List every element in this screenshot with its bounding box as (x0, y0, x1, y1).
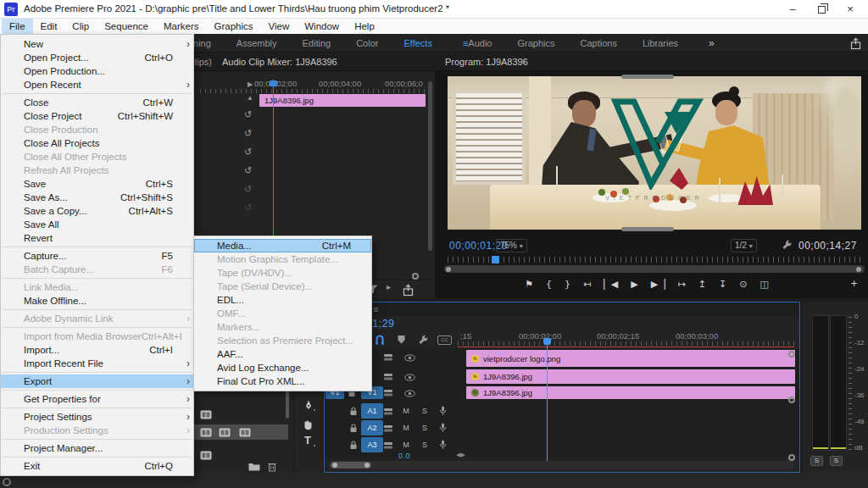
program-time-ruler[interactable] (448, 257, 861, 263)
menubar-file[interactable]: File (2, 19, 33, 34)
pen-tool-icon[interactable] (303, 400, 314, 411)
menu-item-make-offline[interactable]: Make Offline... (1, 294, 193, 308)
step-forward-button[interactable]: ▶▕ (651, 276, 665, 293)
reset-parameter-icon[interactable]: ↺ (244, 165, 252, 176)
solo-left-button[interactable]: S (810, 456, 823, 466)
master-volume-value[interactable]: 0.0 (398, 452, 410, 460)
scrollbar-handle[interactable] (3, 478, 11, 486)
vertical-scrollbar[interactable] (428, 81, 432, 251)
workspace-tab-assembly[interactable]: Assembly (236, 38, 277, 48)
collapse-icon[interactable]: ▲ (247, 94, 253, 102)
menu-item-open-recent[interactable]: Open Recent› (1, 78, 193, 92)
snap-magnet-icon[interactable] (375, 335, 385, 346)
panel-tab-audio-clip-mixer[interactable]: Audio Clip Mixer: 1J9A8396 (222, 53, 337, 71)
track-output-eye-icon[interactable] (404, 354, 415, 362)
trash-icon[interactable] (268, 462, 276, 472)
menubar-window[interactable]: Window (297, 19, 347, 34)
menu-item-open-project[interactable]: Open Project...Ctrl+O (1, 51, 193, 64)
new-bin-folder-icon[interactable] (248, 462, 260, 471)
menubar-markers[interactable]: Markers (156, 19, 207, 34)
workspace-tab-color[interactable]: Color (356, 38, 378, 48)
mute-button[interactable]: M (400, 441, 412, 449)
clip-thumbnail-icon[interactable] (200, 410, 212, 419)
type-tool-icon[interactable]: T (304, 434, 311, 446)
mute-button[interactable]: M (400, 424, 412, 432)
clip-thumbnail-icon[interactable] (200, 451, 212, 460)
menu-item-save-as[interactable]: Save As...Ctrl+Shift+S (1, 191, 193, 204)
scrollbar-handle[interactable] (788, 351, 795, 358)
mini-timeline-playhead[interactable] (273, 80, 274, 258)
track-lock-icon[interactable] (349, 441, 358, 450)
timeline-playhead-handle[interactable] (543, 338, 551, 345)
reset-parameter-icon[interactable]: ↺ (244, 128, 252, 139)
voiceover-mic-icon[interactable] (439, 423, 447, 433)
sync-lock-icon[interactable] (383, 373, 393, 380)
workspace-tab-audio[interactable]: Audio (468, 38, 492, 48)
solo-right-button[interactable]: S (830, 456, 843, 466)
menu-item-save[interactable]: SaveCtrl+S (1, 177, 193, 191)
restore-button[interactable] (807, 0, 836, 19)
menubar-help[interactable]: Help (347, 19, 382, 34)
share-export-icon[interactable] (849, 37, 862, 50)
mark-in-button[interactable]: { (546, 276, 552, 293)
voiceover-mic-icon[interactable] (439, 440, 447, 450)
playback-resolution-dropdown[interactable]: 1/2 ▾ (731, 239, 757, 252)
menu-item-import[interactable]: Import...Ctrl+I (1, 343, 193, 357)
reset-parameter-icon[interactable]: ↺ (244, 184, 252, 195)
panel-drag-pill[interactable] (621, 75, 674, 79)
go-to-out-button[interactable]: ↦ (678, 276, 686, 293)
workspace-tab-captions[interactable]: Captions (580, 38, 616, 48)
menu-item-exit[interactable]: ExitCtrl+Q (1, 459, 193, 473)
audio-track-badge-a3[interactable]: A3 (361, 437, 383, 452)
timeline-clip-v2[interactable]: fx 1J9A8396.jpg (466, 369, 795, 384)
reset-parameter-icon[interactable]: ↺ (244, 109, 252, 120)
panel-drag-pill[interactable] (621, 227, 674, 231)
panel-menu-icon[interactable]: ≡ (373, 304, 378, 314)
program-scrollbar[interactable] (444, 265, 865, 273)
zoom-level-dropdown[interactable]: 75% ▾ (496, 239, 527, 252)
play-button[interactable]: ▶ (631, 276, 637, 293)
track-lock-icon[interactable] (349, 407, 358, 416)
voiceover-mic-icon[interactable] (439, 406, 447, 416)
add-button[interactable]: + (850, 276, 858, 291)
menu-item-capture[interactable]: Capture...F5 (1, 249, 193, 263)
close-button[interactable]: × (836, 0, 865, 19)
minimize-button[interactable]: – (778, 0, 807, 19)
window-titlebar[interactable]: Pr Adobe Premiere Pro 2021 - D:\graphic … (0, 0, 868, 19)
menu-item-export[interactable]: Export› (1, 374, 193, 388)
menu-item-aaf[interactable]: AAF... (194, 347, 371, 361)
solo-button[interactable]: S (419, 441, 431, 449)
timeline-clip-v3[interactable]: fx vietproducer logo.png (466, 350, 795, 367)
audio-track-badge-a2[interactable]: A2 (361, 420, 383, 435)
menubar-sequence[interactable]: Sequence (97, 19, 156, 34)
solo-button[interactable]: S (419, 424, 431, 432)
menu-item-close-all-projects[interactable]: Close All Projects (1, 136, 193, 150)
timeline-playhead[interactable] (547, 338, 548, 462)
track-lock-icon[interactable] (349, 424, 358, 433)
menu-item-final-cut-pro-xml[interactable]: Final Cut Pro XML... (194, 374, 371, 388)
panel-menu-icon[interactable]: ≡ (520, 56, 526, 66)
scrollbar-handle[interactable] (788, 454, 795, 461)
go-to-in-button[interactable]: ↤ (583, 276, 591, 293)
track-output-eye-icon[interactable] (404, 374, 415, 381)
step-back-button[interactable]: ▏◀ (604, 276, 618, 293)
solo-button[interactable]: S (419, 407, 431, 415)
menu-item-save-a-copy[interactable]: Save a Copy...Ctrl+Alt+S (1, 204, 193, 218)
menu-item-close[interactable]: CloseCtrl+W (1, 96, 193, 109)
sync-lock-icon[interactable] (383, 389, 393, 396)
timeline-settings-wrench-icon[interactable] (418, 335, 429, 346)
scrollbar-handle[interactable] (364, 463, 370, 468)
hand-tool-icon[interactable] (303, 419, 313, 430)
lift-button[interactable]: ↥ (698, 276, 706, 293)
menu-item-avid-log-exchange[interactable]: Avid Log Exchange... (194, 361, 371, 374)
comparison-view-button[interactable]: ◫ (760, 276, 768, 293)
workspace-tab-editing[interactable]: Editing (303, 38, 331, 48)
menu-item-close-project[interactable]: Close ProjectCtrl+Shift+W (1, 109, 193, 123)
extract-button[interactable]: ↧ (719, 276, 726, 293)
sync-lock-icon[interactable] (383, 408, 393, 415)
menu-item-get-properties-for[interactable]: Get Properties for› (1, 392, 193, 406)
add-marker-shield-icon[interactable] (397, 335, 406, 345)
menubar-graphics[interactable]: Graphics (207, 19, 261, 34)
menu-item-media[interactable]: Media...Ctrl+M (194, 239, 371, 252)
menu-item-import-recent-file[interactable]: Import Recent File› (1, 357, 193, 370)
